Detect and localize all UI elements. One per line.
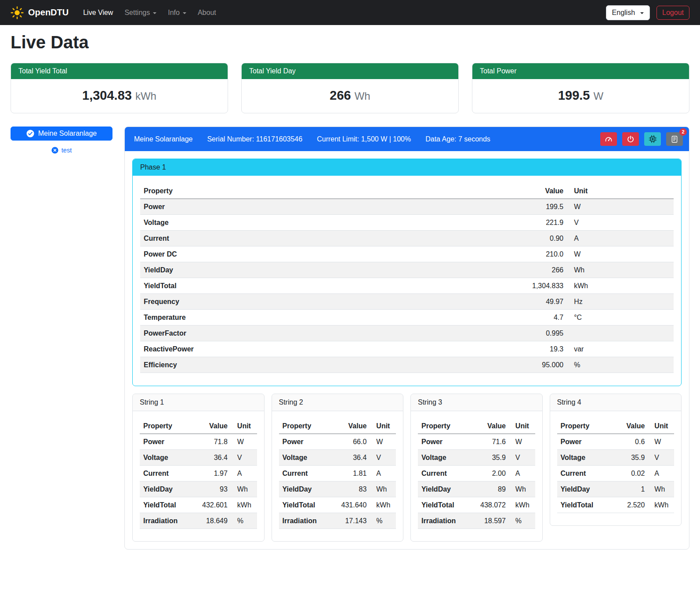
value-cell: 36.4 (194, 450, 231, 466)
nav-item-live-view[interactable]: Live View (78, 5, 118, 20)
value-cell: 210.0 (450, 246, 567, 262)
unit-cell: Wh (509, 481, 535, 497)
table-row: YieldTotal438.072kWh (418, 497, 535, 513)
property-cell: Irradiation (279, 513, 333, 529)
nav-item-info[interactable]: Info (163, 5, 191, 20)
unit-cell: Wh (567, 262, 674, 278)
table-row: Power0.6W (557, 434, 675, 450)
x-circle-icon (51, 147, 58, 154)
table-row: Current0.90A (140, 231, 674, 246)
data-age: Data Age: 7 seconds (425, 135, 490, 143)
property-cell: YieldDay (140, 262, 450, 278)
serial-number: Serial Number: 116171603546 (207, 135, 302, 143)
page-title: Live Data (11, 33, 689, 52)
nav-item-settings[interactable]: Settings (120, 5, 161, 20)
table-row: Efficiency95.000% (140, 357, 674, 373)
unit-cell: V (648, 450, 674, 466)
string-table: Property Value Unit Power0.6W Voltage35.… (557, 418, 675, 513)
value-cell: 2.00 (472, 466, 509, 481)
power-button[interactable] (622, 132, 639, 146)
value-cell: 83 (333, 481, 370, 497)
value-cell: 89 (472, 481, 509, 497)
table-row: Voltage36.4V (140, 450, 257, 466)
string-3-card: String 3 Property Value Unit (410, 394, 543, 542)
journal-icon (671, 135, 678, 143)
language-label: English (612, 9, 635, 17)
value-cell: 0.6 (611, 434, 648, 450)
value-cell: 2.520 (611, 497, 648, 513)
language-selector[interactable]: English (606, 5, 650, 20)
value-cell: 1,304.833 (450, 278, 567, 294)
unit-cell: W (509, 434, 535, 450)
table-row: YieldTotal1,304.833kWh (140, 278, 674, 294)
property-cell: Current (279, 466, 333, 481)
inverter-list: Meine Solaranlage test (11, 127, 112, 154)
inverter-select-button[interactable]: Meine Solaranlage (11, 127, 112, 141)
table-row: Current1.97A (140, 466, 257, 481)
value-cell: 17.143 (333, 513, 370, 529)
table-header-row: Property Value Unit (279, 418, 396, 434)
value-header: Value (194, 418, 231, 434)
inverter-item-label: test (62, 147, 72, 154)
property-header: Property (279, 418, 333, 434)
unit-cell: kWh (231, 497, 257, 513)
table-row: Voltage35.9V (418, 450, 535, 466)
table-row: YieldDay93Wh (140, 481, 257, 497)
summary-card-unit: kWh (135, 90, 156, 102)
total-yield-total-card: Total Yield Total 1,304.83kWh (11, 63, 228, 113)
logout-button[interactable]: Logout (656, 6, 689, 20)
unit-cell: A (648, 466, 674, 481)
chevron-down-icon (640, 12, 644, 14)
value-cell: 0.90 (450, 231, 567, 246)
nav-item-about[interactable]: About (193, 5, 221, 20)
unit-header: Unit (231, 418, 257, 434)
unit-header: Unit (648, 418, 674, 434)
unit-cell: W (648, 434, 674, 450)
event-log-button[interactable]: 2 (666, 132, 683, 146)
property-cell: Power (279, 434, 333, 450)
property-cell: Current (418, 466, 472, 481)
current-limit: Current Limit: 1,500 W | 100% (317, 135, 411, 143)
summary-card-value: 199.5 (558, 88, 590, 102)
limit-settings-button[interactable] (600, 132, 617, 146)
unit-cell: W (370, 434, 396, 450)
unit-cell: V (370, 450, 396, 466)
property-cell: YieldDay (557, 481, 611, 497)
chevron-down-icon (153, 12, 156, 14)
inverter-select-label: Meine Solaranlage (38, 130, 97, 137)
unit-cell: var (567, 341, 674, 357)
unit-cell: W (567, 246, 674, 262)
property-cell: PowerFactor (140, 326, 450, 341)
summary-card-value: 266 (330, 88, 351, 102)
property-cell: YieldTotal (140, 278, 450, 294)
value-cell: 66.0 (333, 434, 370, 450)
table-row: Irradiation18.597% (418, 513, 535, 529)
string-card-title: String 4 (550, 394, 682, 411)
string-1-card: String 1 Property Value Unit (132, 394, 265, 542)
value-header: Value (611, 418, 648, 434)
summary-card-unit: W (593, 90, 603, 102)
value-cell: 35.9 (472, 450, 509, 466)
value-cell: 431.640 (333, 497, 370, 513)
brand-label: OpenDTU (28, 7, 69, 18)
device-info-button[interactable] (644, 132, 661, 146)
unit-header: Unit (567, 183, 674, 199)
table-row: YieldTotal2.520kWh (557, 497, 675, 513)
property-cell: Voltage (279, 450, 333, 466)
unit-cell: °C (567, 310, 674, 326)
inverter-item-test[interactable]: test (11, 147, 112, 154)
table-row: YieldDay89Wh (418, 481, 535, 497)
string-card-title: String 3 (411, 394, 542, 411)
table-row: YieldDay83Wh (279, 481, 396, 497)
unit-cell (567, 326, 674, 341)
inverter-panel-header: Meine Solaranlage Serial Number: 1161716… (125, 127, 689, 151)
gauge-icon (604, 135, 613, 143)
value-cell: 93 (194, 481, 231, 497)
unit-cell: A (370, 466, 396, 481)
property-cell: Efficiency (140, 357, 450, 373)
property-cell: Power (140, 434, 194, 450)
nav-links: Live View Settings Info About (78, 5, 221, 20)
brand[interactable]: OpenDTU (11, 6, 69, 19)
unit-cell: % (370, 513, 396, 529)
property-header: Property (418, 418, 472, 434)
